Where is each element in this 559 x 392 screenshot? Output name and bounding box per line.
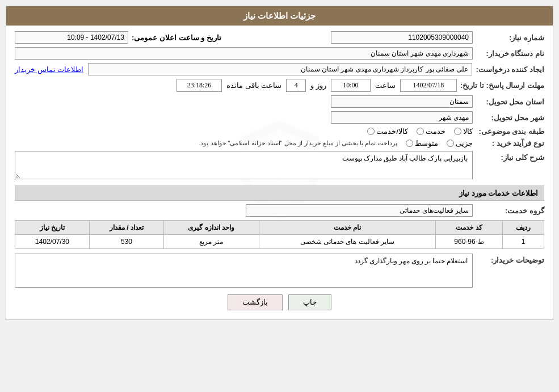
purchase-type-label: نوع فرآیند خرید :	[476, 139, 544, 147]
purchase-jozei-label: جزیی	[456, 139, 473, 147]
service-group-label: گروه خدمت:	[476, 206, 544, 215]
category-khadamat-radio[interactable]	[417, 128, 424, 135]
col-date: تاریخ نیاز	[15, 221, 90, 235]
contact-link[interactable]: اطلاعات تماس خریدار	[15, 65, 83, 74]
category-kala-khadamat-label: کالا/خدمت	[376, 127, 408, 136]
city-label: شهر محل تحویل:	[476, 113, 544, 122]
col-code: کد خدمت	[436, 221, 503, 235]
cell-measure: متر مربع	[163, 235, 259, 249]
need-number-input[interactable]	[331, 31, 473, 44]
col-name: نام خدمت	[259, 221, 436, 235]
category-kala-radio[interactable]	[454, 128, 461, 135]
back-button[interactable]: بازگشت	[228, 294, 283, 310]
deadline-date-input[interactable]	[400, 79, 457, 92]
category-kala-label: کالا	[463, 127, 473, 136]
deadline-time-input[interactable]	[331, 79, 371, 92]
deadline-remaining-label: ساعت باقی مانده	[226, 81, 281, 90]
deadline-label: مهلت ارسال پاسخ: تا تاریخ:	[460, 81, 544, 90]
buyer-notes-label: توضیحات خریدار:	[476, 254, 544, 264]
col-radif: ردیف	[502, 221, 544, 235]
creator-label: ایجاد کننده درخواست:	[476, 65, 544, 74]
province-row: استان محل تحویل:	[15, 95, 544, 108]
category-label: طبقه بندی موضوعی:	[476, 127, 544, 136]
deadline-remaining-input[interactable]	[176, 79, 222, 92]
province-label: استان محل تحویل:	[476, 98, 544, 106]
purchase-type-row: نوع فرآیند خرید : جزیی متوسط	[15, 139, 544, 147]
purchase-note: پرداخت تمام یا بخشی از مبلغ خریدار از مح…	[199, 140, 397, 147]
purchase-motavasset-radio[interactable]	[406, 140, 413, 147]
buyer-input[interactable]	[15, 47, 473, 60]
purchase-motavasset[interactable]: متوسط	[406, 139, 438, 147]
category-kala-khadamat[interactable]: کالا/خدمت	[367, 127, 408, 136]
creator-input[interactable]	[88, 63, 472, 75]
services-table: ردیف کد خدمت نام خدمت واحد اندازه گیری ت…	[15, 220, 544, 249]
purchase-jozei-radio[interactable]	[447, 140, 454, 147]
need-number-row: شماره نیاز: تاریخ و ساعت اعلان عمومی:	[15, 31, 544, 44]
col-count: تعداد / مقدار	[89, 221, 163, 235]
announce-date-input[interactable]	[15, 31, 128, 44]
cell-name: سایر فعالیت های خدماتی شخصی	[259, 235, 436, 249]
deadline-time-label: ساعت	[375, 81, 396, 90]
category-row: طبقه بندی موضوعی: کالا خدمت کالا/خدمت	[15, 127, 544, 136]
category-khadamat[interactable]: خدمت	[417, 127, 445, 136]
purchase-jozei[interactable]: جزیی	[447, 139, 473, 147]
col-measure: واحد اندازه گیری	[163, 221, 259, 235]
description-label: شرح کلی نیاز:	[476, 151, 544, 162]
description-textarea[interactable]: بازپیرایی پارک طالب آباد طبق مدارک پیوست	[15, 151, 473, 179]
purchase-motavasset-label: متوسط	[415, 139, 438, 147]
need-number-label: شماره نیاز:	[476, 33, 544, 42]
services-section-title: اطلاعات خدمات مورد نیاز	[15, 186, 544, 201]
deadline-day-label: روز و	[310, 81, 326, 90]
cell-date: 1402/07/30	[15, 235, 90, 249]
footer-buttons: چاپ بازگشت	[15, 294, 544, 310]
cell-code: ط-96-960	[436, 235, 503, 249]
province-input[interactable]	[331, 95, 473, 108]
buyer-notes-row: توضیحات خریدار: استعلام حتما بر روی مهر …	[15, 254, 544, 288]
buyer-notes-box: استعلام حتما بر روی مهر وبارگذاری گردد	[15, 254, 473, 288]
page-title: جزئیات اطلاعات نیاز	[6, 6, 553, 26]
deadline-row: مهلت ارسال پاسخ: تا تاریخ: ساعت روز و سا…	[15, 79, 544, 92]
service-group-input[interactable]	[246, 204, 473, 217]
category-radio-group: کالا خدمت کالا/خدمت	[367, 127, 473, 136]
category-kala[interactable]: کالا	[454, 127, 473, 136]
deadline-days-input[interactable]	[286, 79, 306, 92]
cell-count: 530	[89, 235, 163, 249]
print-button[interactable]: چاپ	[288, 294, 331, 310]
category-kala-khadamat-radio[interactable]	[367, 128, 375, 135]
city-input[interactable]	[331, 111, 473, 124]
buyer-row: نام دستگاه خریدار:	[15, 47, 544, 60]
city-row: شهر محل تحویل:	[15, 111, 544, 124]
creator-row: ایجاد کننده درخواست: اطلاعات تماس خریدار	[15, 63, 544, 75]
buyer-label: نام دستگاه خریدار:	[476, 49, 544, 58]
description-row: شرح کلی نیاز: بازپیرایی پارک طالب آباد ط…	[15, 151, 544, 181]
service-group-row: گروه خدمت:	[15, 204, 544, 217]
category-khadamat-label: خدمت	[426, 127, 445, 136]
announce-label: تاریخ و ساعت اعلان عمومی:	[132, 33, 221, 42]
purchase-type-radio-group: جزیی متوسط	[406, 139, 473, 147]
cell-radif: 1	[502, 235, 544, 249]
table-row: 1ط-96-960سایر فعالیت های خدماتی شخصیمتر …	[15, 235, 544, 249]
